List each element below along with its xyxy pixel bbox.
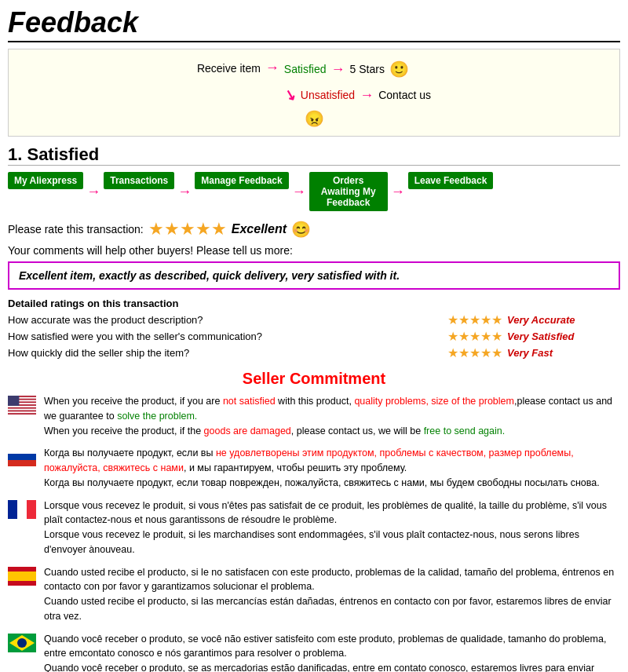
- flow-receive: Receive item: [197, 62, 261, 75]
- detail-value-2: Very Satisfied: [507, 331, 575, 342]
- rating-stars: ★★★★★: [148, 219, 227, 239]
- detailed-title: Detailed ratings on this transaction: [8, 298, 620, 309]
- svg-rect-5: [8, 409, 36, 411]
- nav-arrow-2: →: [177, 184, 192, 200]
- flow-contact: Contact us: [378, 89, 431, 101]
- flag-es: [8, 567, 36, 586]
- detail-stars-2: ★★★★★: [447, 329, 502, 344]
- commitment-es: Cuando usted recibe el producto, si le n…: [8, 565, 620, 624]
- sad-emoji: 😠: [305, 110, 324, 127]
- commitment-ru-text: Когда вы получаете продукт, если вы не у…: [44, 446, 620, 490]
- rating-excellent: Excellent: [232, 222, 287, 236]
- commitment-pt-text: Quando você receber o produto, se você n…: [44, 632, 620, 673]
- rating-row: Please rate this transaction: ★★★★★ Exce…: [8, 219, 620, 239]
- commitment-fr: Lorsque vous recevez le produit, si vous…: [8, 499, 620, 557]
- section-satisfied-title: 1. Satisfied: [8, 144, 620, 166]
- nav-arrow-1: →: [86, 184, 100, 200]
- arrow4: →: [360, 87, 374, 104]
- comments-label: Your comments will help other buyers! Pl…: [8, 244, 620, 257]
- nav-arrow-4: →: [391, 184, 405, 200]
- nav-flow: My Aliexpress → Transactions → Manage Fe…: [8, 172, 620, 211]
- arrow1: →: [265, 60, 279, 76]
- flag-ru: [8, 447, 36, 466]
- flow-satisfied: Satisfied: [284, 63, 327, 75]
- svg-rect-13: [27, 500, 36, 519]
- nav-arrow-3: →: [292, 184, 306, 200]
- nav-btn-manage-feedback[interactable]: Manage Feedback: [195, 172, 288, 189]
- happy-emoji: 🙂: [389, 60, 409, 79]
- detail-row-3: How quickly did the seller ship the item…: [8, 345, 620, 360]
- commitment-pt: Quando você receber o produto, se você n…: [8, 632, 620, 673]
- detail-value-3: Very Fast: [507, 347, 553, 359]
- flow-unsatisfied: Unsatisfied: [301, 89, 355, 101]
- nav-btn-transactions[interactable]: Transactions: [104, 172, 174, 189]
- comment-text: Excellent item, exactly as described, qu…: [8, 261, 620, 290]
- flag-us: [8, 396, 36, 415]
- detail-stars-1: ★★★★★: [447, 312, 502, 327]
- flag-fr: [8, 500, 36, 519]
- flow-diagram: Receive item → Satisfied → 5 Stars 🙂 ↘ U…: [8, 49, 620, 137]
- arrow3: ↘: [282, 85, 298, 104]
- detailed-ratings: Detailed ratings on this transaction How…: [8, 298, 620, 360]
- seller-commitment-title: Seller Commitment: [8, 370, 620, 388]
- rating-label: Please rate this transaction:: [8, 223, 144, 236]
- detail-label-1: How accurate was the product description…: [8, 314, 447, 326]
- detail-label-2: How satisfied were you with the seller's…: [8, 331, 447, 342]
- nav-btn-leave-feedback[interactable]: Leave Feedback: [408, 172, 494, 189]
- commitment-en-text: When you receive the product, if you are…: [44, 394, 620, 438]
- svg-rect-7: [8, 396, 19, 406]
- commitment-fr-text: Lorsque vous recevez le produit, si vous…: [44, 499, 620, 557]
- detail-row-2: How satisfied were you with the seller's…: [8, 329, 620, 344]
- svg-rect-6: [8, 411, 36, 413]
- svg-rect-9: [8, 454, 36, 460]
- arrow2: →: [331, 61, 345, 78]
- commitment-ru: Когда вы получаете продукт, если вы не у…: [8, 446, 620, 490]
- page-title: Feedback: [8, 6, 620, 42]
- svg-rect-12: [17, 500, 27, 519]
- detail-value-1: Very Accurate: [507, 314, 575, 326]
- commitment-en: When you receive the product, if you are…: [8, 394, 620, 438]
- nav-btn-orders-awaiting[interactable]: Orders Awaiting My Feedback: [309, 172, 388, 211]
- flow-five-stars: 5 Stars: [350, 63, 385, 75]
- detail-label-3: How quickly did the seller ship the item…: [8, 347, 447, 359]
- commitment-es-text: Cuando usted recibe el producto, si le n…: [44, 565, 620, 624]
- svg-rect-10: [8, 460, 36, 466]
- rating-emoji: 😊: [291, 220, 311, 239]
- flag-br: [8, 634, 36, 652]
- svg-rect-4: [8, 406, 36, 407]
- svg-rect-8: [8, 447, 36, 454]
- nav-btn-myaliexpress[interactable]: My Aliexpress: [8, 172, 83, 189]
- svg-point-18: [17, 638, 27, 648]
- detail-stars-3: ★★★★★: [447, 345, 502, 360]
- svg-rect-11: [8, 500, 17, 519]
- svg-rect-15: [8, 572, 36, 581]
- detail-row-1: How accurate was the product description…: [8, 312, 620, 327]
